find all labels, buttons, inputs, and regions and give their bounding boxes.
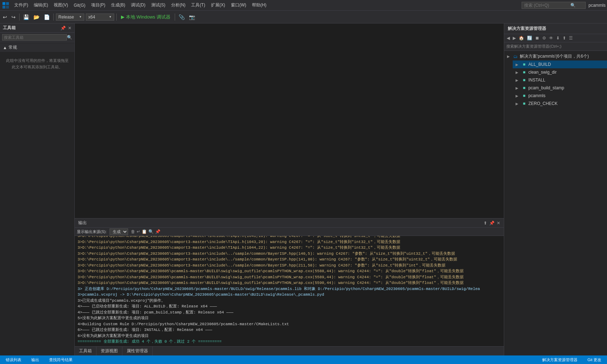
tree-item-install[interactable]: ▶ ■ INSTALL <box>513 76 607 84</box>
open-file-btn[interactable]: 📂 <box>32 14 41 21</box>
solution-explorer-title: 解决方案资源管理器 <box>504 23 607 34</box>
menu-git[interactable]: Git(G) <box>71 1 88 9</box>
camera-btn[interactable]: 📷 <box>188 14 196 21</box>
output-line: 3>D:\Percipio\python\CsharpNEW_20230605\… <box>78 263 501 269</box>
output-pin2-btn[interactable]: 📌 <box>155 229 160 234</box>
menu-file[interactable]: 文件(F) <box>11 1 31 10</box>
expand-icon: ▶ <box>507 54 511 58</box>
toolbox-close-btn[interactable]: ✕ <box>68 26 72 31</box>
status-right: 解决方案资源管理器 Git 更改 <box>539 355 604 364</box>
svg-rect-0 <box>2 2 5 5</box>
sol-back-btn[interactable]: ◀ <box>506 35 511 41</box>
project-icon-3: ■ <box>521 77 527 83</box>
tab-resource-view[interactable]: 资源视图 <box>96 347 122 355</box>
search-input[interactable] <box>524 3 570 8</box>
tree-item-all-build[interactable]: ▶ ■ ALL_BUILD <box>513 60 607 68</box>
output-line: 3>D:\Percipio\python\CsharpNEW_20230605\… <box>78 268 501 274</box>
sol-home-btn[interactable]: 🏠 <box>518 35 525 41</box>
main-layout: 工具箱 📌 ✕ 🔍 ▲ 常规 此组中没有可用的控件，将某项拖至此文本可将其添加到… <box>0 23 607 355</box>
status-bar: 错误列表 输出 查找符号结果 解决方案资源管理器 Git 更改 <box>0 355 607 364</box>
toolbar: ↩ ↪ 💾 📂 📄 Release x64 ▶ 本地 Windows 调试器 📎… <box>0 11 607 23</box>
tree-item-pcammls[interactable]: ▶ ■ pcammls <box>513 92 607 100</box>
tab-toolbox[interactable]: 工具箱 <box>75 347 96 355</box>
output-expand-btn[interactable]: ⬆ <box>484 221 487 226</box>
toolbox-section-header[interactable]: ▲ 常规 <box>0 43 74 52</box>
save-all-btn[interactable]: 💾 <box>22 14 31 21</box>
sol-properties-btn[interactable]: ⚙ <box>541 35 547 41</box>
output-line: 4>Building Custom Rule D:/Percipio/pytho… <box>78 321 501 327</box>
status-left: 错误列表 输出 查找符号结果 <box>3 355 75 364</box>
toolbox-search-bar[interactable]: 🔍 <box>0 33 74 42</box>
sol-refresh-btn[interactable]: 🔄 <box>526 35 533 41</box>
output-toolbar: 显示输出来源(S): 生成 🗑 ↵ 📋 🔍 📌 <box>75 228 504 236</box>
platform-dropdown[interactable]: x64 <box>86 14 114 21</box>
menu-window[interactable]: 窗口(W) <box>228 1 249 10</box>
menu-test[interactable]: 测试(S) <box>148 1 168 10</box>
solution-icon: 🗂 <box>513 54 518 59</box>
menu-build[interactable]: 生成(B) <box>108 1 128 10</box>
output-copy-btn[interactable]: 📋 <box>142 229 147 234</box>
project-icon-6: ■ <box>521 101 527 106</box>
status-output[interactable]: 输出 <box>28 355 42 364</box>
add-file-btn[interactable]: 📄 <box>42 14 51 21</box>
output-clear-btn[interactable]: 🗑 <box>131 229 135 234</box>
menu-debug[interactable]: 调试(D) <box>128 1 148 10</box>
tree-item-pcam-stamp[interactable]: ▶ ■ pcam_build_stamp <box>513 84 607 92</box>
menu-help[interactable]: 帮助(H) <box>249 1 269 10</box>
svg-rect-3 <box>6 6 9 9</box>
toolbox-title-bar: 工具箱 📌 ✕ <box>0 23 74 33</box>
output-line: 5>没有为此解决方案配置中更生成的项目 <box>78 315 501 321</box>
output-wrap-btn[interactable]: ↵ <box>137 229 140 234</box>
status-find-results[interactable]: 查找符号结果 <box>46 355 75 364</box>
sol-forward-btn[interactable]: ▶ <box>512 35 517 41</box>
menu-analyze[interactable]: 分析(N) <box>168 1 189 10</box>
output-line: 3>D:\Percipio\python\CsharpNEW_20230605\… <box>78 245 501 251</box>
toolbox-section-label: 常规 <box>9 44 17 51</box>
menu-view[interactable]: 视图(V) <box>51 1 71 10</box>
tree-label-all-build: ALL_BUILD <box>528 62 551 67</box>
output-line: 3>D:\Percipio\python\CsharpNEW_20230605\… <box>78 239 501 245</box>
tree-item-zero-check[interactable]: ▶ ■ ZERO_CHECK <box>513 100 607 107</box>
solution-explorer-panel: 解决方案资源管理器 ◀ ▶ 🏠 🔄 ⏹ ⚙ 👁 ⬇ ⬆ ☰ 搜索解决方案资源管理… <box>504 23 607 355</box>
sol-collapse-btn[interactable]: ⬆ <box>561 35 567 41</box>
menu-bar: 文件(F) 编辑(E) 视图(V) Git(G) 项目(P) 生成(B) 调试(… <box>0 0 607 11</box>
menu-project[interactable]: 项目(P) <box>88 1 108 10</box>
expand-icon-2: ▶ <box>516 70 520 74</box>
tree-label-pcam-stamp: pcam_build_stamp <box>528 85 564 90</box>
menu-extensions[interactable]: 扩展(X) <box>208 1 228 10</box>
tree-item-clean[interactable]: ▶ ■ clean_swig_dir <box>513 68 607 76</box>
output-pin-btn[interactable]: 📌 <box>489 221 495 226</box>
tab-property-manager[interactable]: 属性管理器 <box>122 347 153 355</box>
attach-btn[interactable]: 📎 <box>177 14 186 21</box>
status-errors[interactable]: 错误列表 <box>3 355 24 364</box>
menu-tools[interactable]: 工具(T) <box>188 1 208 10</box>
run-debugger-btn[interactable]: ▶ 本地 Windows 调试器 <box>119 13 173 21</box>
undo-btn[interactable]: ↩ <box>1 14 9 21</box>
status-solution-explorer[interactable]: 解决方案资源管理器 <box>539 355 580 364</box>
sol-stop-btn[interactable]: ⏹ <box>534 35 540 41</box>
output-line: 3>已完成生成项目"pcammls.vcxproj"的操作。 <box>78 298 501 304</box>
search-bar[interactable]: 🔍 <box>522 2 586 9</box>
chevron-down-icon: ▲ <box>3 45 7 50</box>
config-dropdown[interactable]: Release <box>56 14 84 21</box>
sol-settings-btn[interactable]: ☰ <box>568 35 574 41</box>
toolbox-pin-btn[interactable]: 📌 <box>60 26 66 31</box>
sol-filter-btn[interactable]: ⬇ <box>555 35 561 41</box>
status-git-changes[interactable]: Git 更改 <box>585 355 604 364</box>
toolbox-search-input[interactable] <box>2 34 67 41</box>
toolbox-search-btn[interactable]: 🔍 <box>67 35 72 40</box>
svg-rect-2 <box>2 6 5 9</box>
toolbox-section-normal: ▲ 常规 此组中没有可用的控件，将某项拖至此文本可将其添加到工具箱。 <box>0 42 74 77</box>
solution-root[interactable]: ▶ 🗂 解决方案'pcammls'(6个项目，共6个) <box>504 52 607 60</box>
sol-show-all-btn[interactable]: 👁 <box>548 35 554 41</box>
output-line: ========== 全部重新生成: 成功 4 个，失败 0 个，跳过 2 个 … <box>78 339 501 345</box>
menu-edit[interactable]: 编辑(E) <box>31 1 51 10</box>
tree-label-clean: clean_swig_dir <box>528 70 556 75</box>
output-filter-btn[interactable]: 🔍 <box>148 229 154 234</box>
output-close-btn[interactable]: ✕ <box>497 221 500 226</box>
output-panel: 输出 ⬆ 📌 ✕ 显示输出来源(S): 生成 🗑 ↵ 📋 🔍 📌 3>D: <box>75 218 504 346</box>
output-title-actions: ⬆ 📌 ✕ <box>484 221 500 226</box>
output-line: 3> 正在创建库 D:/Percipio/python/CsharpNEW_20… <box>78 286 501 292</box>
output-source-select[interactable]: 生成 <box>110 228 128 235</box>
redo-btn[interactable]: ↪ <box>10 14 17 21</box>
